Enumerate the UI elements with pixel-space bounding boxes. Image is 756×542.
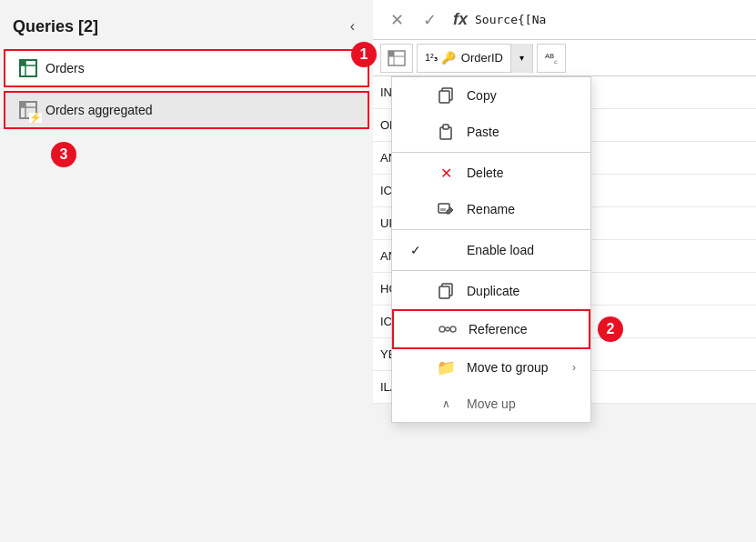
enable-load-label: Enable load [467, 243, 534, 257]
context-menu: Copy Paste ✕ Delete [391, 76, 591, 423]
menu-item-move-to-group[interactable]: 📁 Move to group › [392, 349, 590, 386]
svg-rect-7 [20, 102, 25, 107]
menu-item-copy[interactable]: Copy [392, 77, 590, 114]
badge-2: 2 [598, 316, 623, 342]
separator-2 [392, 229, 590, 230]
enable-load-check: ✓ [407, 243, 425, 257]
menu-item-rename[interactable]: Rename [392, 191, 590, 227]
col-abc-label: ᴬᴮ꜀ [537, 44, 566, 73]
table-type-button[interactable] [380, 44, 413, 73]
orders-table-icon [18, 58, 38, 78]
confirm-icon: ✓ [423, 10, 437, 30]
table-icon [388, 50, 406, 66]
svg-rect-11 [388, 51, 394, 56]
folder-icon: 📁 [436, 357, 456, 377]
queries-title: Queries [2] [13, 17, 98, 36]
move-to-group-label: Move to group [467, 360, 549, 375]
svg-point-20 [439, 326, 445, 332]
formula-value: Source{[Na [475, 13, 546, 26]
queries-panel: Queries [2] ‹ Orders 1 ⚡ Orders aggreg [0, 0, 373, 542]
menu-item-move-up[interactable]: ∧ Move up [392, 386, 590, 422]
menu-item-paste[interactable]: Paste [392, 114, 590, 150]
cancel-formula-button[interactable]: ✕ [380, 4, 413, 36]
duplicate-label: Duplicate [467, 284, 519, 298]
menu-item-enable-load[interactable]: ✓ Enable load [392, 232, 590, 268]
move-up-label: Move up [467, 396, 516, 411]
orders-label: Orders [45, 61, 85, 75]
query-item-orders-aggregated[interactable]: ⚡ Orders aggregated 3 [4, 91, 369, 129]
collapse-button[interactable]: ‹ [345, 16, 360, 36]
reference-icon [438, 319, 458, 339]
column-name: OrderID [461, 51, 503, 65]
abc-text: ᴬᴮ꜀ [545, 52, 558, 65]
separator-3 [392, 270, 590, 271]
duplicate-icon [436, 281, 456, 301]
formula-bar: ✕ ✓ fx Source{[Na [373, 0, 756, 40]
cancel-icon: ✕ [390, 10, 404, 30]
query-item-orders[interactable]: Orders 1 [4, 49, 369, 87]
enable-load-icon [436, 240, 456, 260]
submenu-arrow-icon: › [572, 361, 576, 374]
type-123-icon: 1²₃ [425, 52, 438, 64]
queries-header: Queries [2] ‹ [0, 9, 373, 47]
orders-aggregated-label: Orders aggregated [45, 103, 153, 117]
column-type-group: 1²₃ 🔑 OrderID ▾ [417, 44, 533, 73]
copy-label: Copy [467, 88, 497, 103]
menu-item-duplicate[interactable]: Duplicate [392, 273, 590, 309]
orders-aggregated-icon: ⚡ [18, 100, 38, 120]
col-type-label: 1²₃ 🔑 OrderID [418, 51, 510, 65]
delete-icon: ✕ [436, 163, 456, 183]
column-dropdown-button[interactable]: ▾ [510, 44, 532, 73]
delete-label: Delete [467, 166, 503, 180]
fx-icon: fx [453, 10, 468, 29]
key-icon: 🔑 [441, 51, 456, 65]
badge-3: 3 [51, 142, 76, 167]
lightning-icon: ⚡ [29, 113, 42, 123]
svg-rect-15 [443, 125, 449, 129]
menu-item-reference[interactable]: Reference 2 [392, 309, 590, 349]
svg-rect-13 [439, 91, 449, 103]
paste-icon [436, 122, 456, 142]
menu-item-delete[interactable]: ✕ Delete [392, 155, 590, 191]
svg-rect-19 [439, 286, 449, 298]
reference-label: Reference [469, 322, 528, 336]
paste-label: Paste [467, 125, 499, 139]
main-content: ✕ ✓ fx Source{[Na 1²₃ 🔑 OrderID ▾ ᴬ [373, 0, 756, 542]
badge-1: 1 [351, 42, 377, 67]
separator-1 [392, 152, 590, 153]
copy-icon [436, 85, 456, 105]
rename-label: Rename [467, 202, 515, 216]
column-bar: 1²₃ 🔑 OrderID ▾ ᴬᴮ꜀ [373, 40, 756, 76]
svg-point-21 [450, 326, 456, 332]
move-up-icon: ∧ [436, 394, 456, 414]
rename-icon [436, 199, 456, 219]
confirm-formula-button[interactable]: ✓ [413, 4, 446, 36]
svg-rect-17 [440, 208, 446, 211]
svg-rect-3 [20, 60, 25, 65]
